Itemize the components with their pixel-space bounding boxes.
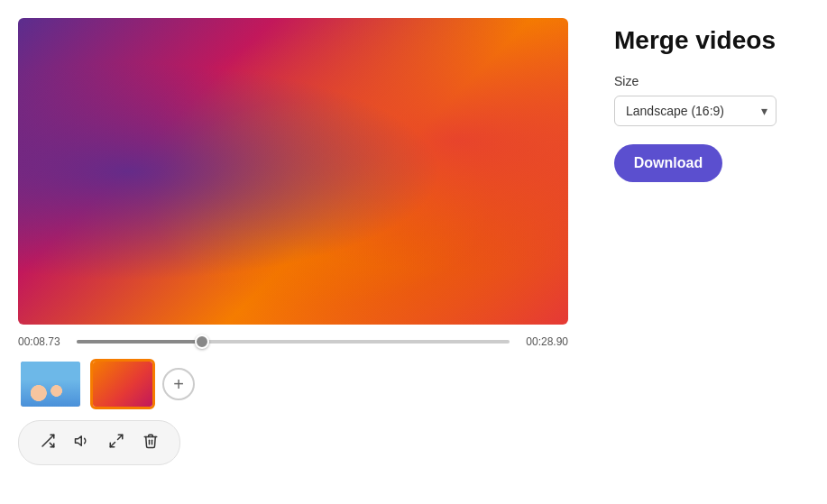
video-overlay bbox=[18, 18, 568, 325]
svg-line-3 bbox=[118, 435, 123, 439]
thumbnail-2-image bbox=[93, 362, 152, 407]
add-video-button[interactable]: + bbox=[162, 368, 195, 400]
delete-button[interactable] bbox=[136, 428, 165, 457]
total-time: 00:28.90 bbox=[519, 335, 568, 348]
audio-icon bbox=[74, 433, 90, 453]
size-select[interactable]: Landscape (16:9) Portrait (9:16) Square … bbox=[614, 96, 776, 126]
toolbar bbox=[18, 420, 180, 465]
timeline-slider[interactable] bbox=[77, 340, 510, 344]
thumbnails-row: + bbox=[18, 359, 568, 409]
right-panel: Merge videos Size Landscape (16:9) Portr… bbox=[593, 0, 827, 504]
audio-button[interactable] bbox=[68, 428, 96, 457]
shuffle-icon bbox=[40, 433, 56, 453]
svg-marker-2 bbox=[76, 436, 82, 446]
size-select-wrapper[interactable]: Landscape (16:9) Portrait (9:16) Square … bbox=[614, 96, 776, 126]
shuffle-button[interactable] bbox=[33, 428, 62, 457]
timeline-thumb[interactable] bbox=[195, 334, 209, 349]
svg-line-4 bbox=[110, 443, 115, 447]
page-title: Merge videos bbox=[614, 25, 805, 56]
timeline-row: 00:08.73 00:28.90 bbox=[18, 335, 568, 348]
fit-icon bbox=[108, 433, 124, 453]
size-section: Size Landscape (16:9) Portrait (9:16) Sq… bbox=[614, 74, 805, 126]
add-icon: + bbox=[173, 374, 184, 395]
current-time: 00:08.73 bbox=[18, 335, 68, 348]
trash-icon bbox=[142, 433, 159, 453]
timeline-progress bbox=[77, 340, 202, 344]
fit-button[interactable] bbox=[102, 428, 131, 457]
thumbnail-2[interactable] bbox=[90, 359, 155, 409]
size-label: Size bbox=[614, 74, 805, 88]
thumbnail-1-image bbox=[21, 362, 80, 407]
video-preview bbox=[18, 18, 568, 325]
main-area: 00:08.73 00:28.90 + bbox=[0, 0, 593, 504]
download-button[interactable]: Download bbox=[614, 144, 722, 182]
thumbnail-1[interactable] bbox=[18, 359, 83, 409]
